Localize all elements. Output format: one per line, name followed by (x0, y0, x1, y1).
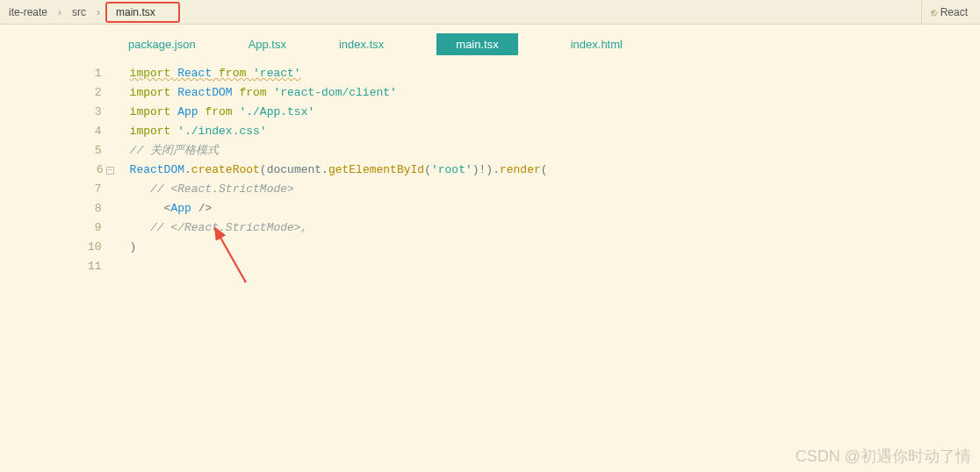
tab-index-tsx[interactable]: index.tsx (339, 38, 384, 51)
line-number: 5 (88, 141, 114, 161)
code-line[interactable]: import App from './App.tsx' (130, 103, 548, 122)
chevron-right-icon: › (97, 6, 100, 18)
fold-minus-icon[interactable]: − (106, 167, 114, 175)
code-line[interactable]: // </React.StrictMode>, (130, 218, 548, 238)
code-line[interactable]: ) (130, 238, 548, 257)
code-editor[interactable]: 123456−7891011 import React from 'react'… (0, 64, 980, 276)
line-number: 2 (88, 83, 114, 103)
chevron-right-icon: › (58, 6, 61, 18)
code-line[interactable] (130, 257, 548, 276)
breadcrumb-item[interactable]: src (67, 4, 91, 20)
code-line[interactable]: import './index.css' (130, 122, 548, 141)
line-number: 7 (88, 180, 114, 199)
breadcrumb-current-file[interactable]: main.tsx (105, 2, 180, 23)
tab-package-json[interactable]: package.json (128, 38, 196, 51)
line-gutter: 123456−7891011 (88, 64, 123, 276)
line-number: 8 (88, 199, 114, 218)
code-line[interactable]: // 关闭严格模式 (130, 141, 548, 161)
watermark: CSDN @初遇你时动了情 (796, 446, 971, 467)
breadcrumb-item[interactable]: ite-reate (4, 4, 53, 20)
tab-index-html[interactable]: index.html (571, 38, 623, 51)
code-area[interactable]: import React from 'react'import ReactDOM… (123, 64, 548, 276)
tab-main-tsx[interactable]: main.tsx (436, 33, 517, 55)
line-number: 9 (88, 218, 114, 238)
language-indicator[interactable]: ⎋ React (921, 0, 976, 24)
code-line[interactable]: <App /> (130, 199, 548, 218)
line-number: 1 (88, 64, 114, 83)
code-line[interactable]: import ReactDOM from 'react-dom/client' (130, 83, 548, 103)
line-number: 10 (88, 238, 114, 257)
scope-icon: ⎋ (931, 7, 937, 18)
language-label: React (940, 6, 968, 18)
line-number: 3 (88, 103, 114, 122)
line-number: 11 (88, 257, 114, 276)
line-number: 4 (88, 122, 114, 141)
editor-tabs: package.jsonApp.tsxindex.tsxmain.tsxinde… (0, 25, 980, 64)
code-line[interactable]: // <React.StrictMode> (130, 180, 548, 199)
tab-App-tsx[interactable]: App.tsx (249, 38, 286, 51)
code-line[interactable]: import React from 'react' (130, 64, 548, 83)
line-number: 6− (88, 161, 114, 180)
code-line[interactable]: ReactDOM.createRoot(document.getElementB… (130, 161, 548, 180)
top-bar: ite-reate › src › main.tsx ⎋ React (0, 0, 980, 25)
breadcrumb: ite-reate › src › main.tsx (4, 2, 180, 23)
